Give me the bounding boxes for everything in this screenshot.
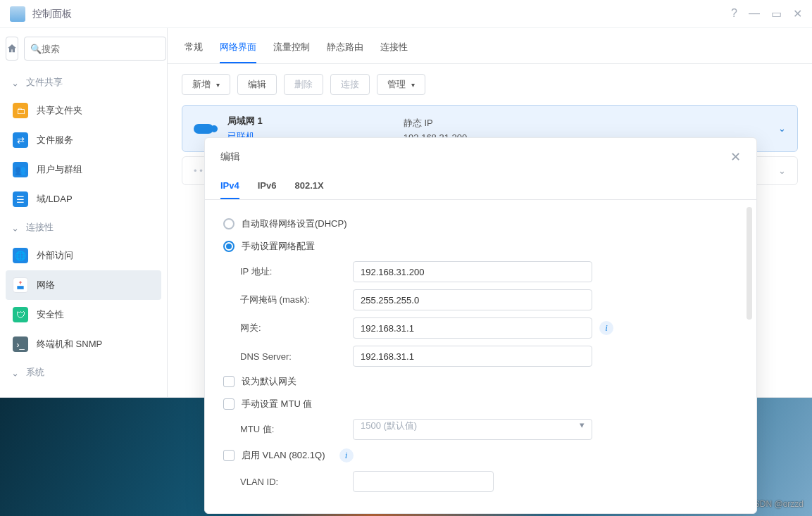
tab-8021x[interactable]: 802.1X (295, 176, 324, 199)
sidebar-item-file-services[interactable]: ⇄文件服务 (6, 125, 161, 155)
sidebar-item-label: 共享文件夹 (37, 104, 82, 117)
window-title: 控制面板 (32, 8, 731, 20)
manage-button[interactable]: 管理 (377, 74, 425, 95)
delete-button[interactable]: 删除 (284, 74, 323, 95)
dialog-tabs: IPv4 IPv6 802.1X (205, 176, 756, 200)
group-label: 连接性 (26, 221, 54, 234)
globe-icon: 🌐 (13, 248, 28, 263)
toolbar: 新增 编辑 删除 连接 管理 (168, 64, 812, 105)
label-mtu-value: MTU 值: (240, 423, 353, 436)
input-ip-address[interactable] (353, 261, 592, 282)
checkbox-default-gateway[interactable]: 设为默认网关 (223, 370, 738, 393)
chevron-up-icon: ⌃ (11, 222, 19, 233)
connection-icon (194, 124, 213, 134)
network-icon (13, 277, 28, 293)
tab-static-route[interactable]: 静态路由 (327, 37, 363, 63)
interface-mode: 静态 IP (404, 117, 467, 130)
select-placeholder: 1500 (默认值) (361, 420, 417, 431)
dialog-body: 自动取得网络设置(DHCP) 手动设置网络配置 IP 地址: 子网掩码 (mas… (205, 200, 756, 513)
info-icon[interactable]: i (339, 448, 354, 462)
sidebar: 🔍 ⌃文件共享 🗀共享文件夹 ⇄文件服务 👥用户与群组 ☰域/LDAP ⌃连接性… (0, 28, 168, 397)
group-system[interactable]: ⌃系统 (6, 359, 161, 386)
search-box[interactable]: 🔍 (24, 37, 166, 61)
radio-manual[interactable]: 手动设置网络配置 (223, 235, 738, 258)
search-input[interactable] (42, 44, 160, 54)
tab-ipv6[interactable]: IPv6 (258, 176, 277, 199)
expand-icon[interactable]: ⌄ (778, 165, 786, 176)
sidebar-item-label: 域/LDAP (37, 193, 73, 206)
sidebar-item-shared-folder[interactable]: 🗀共享文件夹 (6, 96, 161, 125)
maximize-icon[interactable]: ▭ (771, 7, 782, 20)
sidebar-item-domain-ldap[interactable]: ☰域/LDAP (6, 184, 161, 214)
chevron-up-icon: ⌃ (11, 367, 19, 378)
terminal-icon: ›_ (13, 336, 28, 352)
checkbox-icon (223, 376, 235, 387)
tab-general[interactable]: 常规 (185, 37, 203, 63)
sidebar-item-security[interactable]: 🛡安全性 (6, 300, 161, 329)
input-gateway[interactable] (353, 317, 592, 339)
sidebar-item-label: 文件服务 (37, 134, 73, 146)
radio-dhcp[interactable]: 自动取得网络设置(DHCP) (223, 213, 738, 235)
label-dns: DNS Server: (240, 351, 353, 362)
shield-icon: 🛡 (13, 307, 28, 322)
input-vlan-id (353, 471, 494, 492)
select-mtu-value: 1500 (默认值) (353, 419, 592, 440)
tab-connectivity[interactable]: 连接性 (380, 37, 408, 63)
group-label: 系统 (26, 366, 44, 379)
input-subnet-mask[interactable] (353, 289, 592, 310)
file-service-icon: ⇄ (13, 132, 28, 148)
label-subnet-mask: 子网掩码 (mask): (240, 294, 353, 306)
dialog-close-button[interactable]: ✕ (730, 149, 741, 165)
app-icon (10, 6, 25, 22)
home-icon (6, 43, 18, 54)
search-icon: 🔍 (30, 44, 42, 54)
info-icon[interactable]: i (599, 321, 613, 335)
label-vlan-id: VLAN ID: (240, 477, 353, 487)
sidebar-item-users-groups[interactable]: 👥用户与群组 (6, 155, 161, 184)
radio-label: 手动设置网络配置 (242, 240, 315, 253)
connect-button[interactable]: 连接 (330, 74, 370, 95)
tab-network-interface[interactable]: 网络界面 (220, 37, 256, 63)
sidebar-item-label: 外部访问 (37, 249, 73, 262)
radio-icon (223, 218, 235, 229)
sidebar-item-label: 用户与群组 (37, 163, 82, 176)
sidebar-item-terminal-snmp[interactable]: ›_终端机和 SNMP (6, 329, 161, 359)
radio-icon (223, 241, 235, 252)
group-label: 文件共享 (26, 76, 63, 89)
sidebar-item-label: 终端机和 SNMP (37, 338, 102, 351)
expand-icon[interactable]: ⌄ (778, 123, 786, 134)
sidebar-item-external-access[interactable]: 🌐外部访问 (6, 241, 161, 270)
label-ip: IP 地址: (240, 265, 353, 278)
chevron-up-icon: ⌃ (11, 77, 19, 88)
minimize-icon[interactable]: — (749, 7, 760, 20)
close-icon[interactable]: ✕ (793, 7, 802, 20)
edit-dialog: 编辑 ✕ IPv4 IPv6 802.1X 自动取得网络设置(DHCP) 手动设… (204, 137, 757, 514)
users-icon: 👥 (13, 162, 28, 177)
scrollbar[interactable] (747, 207, 752, 320)
help-icon[interactable]: ? (731, 7, 737, 20)
checkbox-icon (223, 450, 235, 461)
folder-icon: 🗀 (13, 103, 28, 118)
checkbox-manual-mtu[interactable]: 手动设置 MTU 值 (223, 393, 738, 415)
add-button[interactable]: 新增 (182, 74, 230, 95)
checkbox-label: 启用 VLAN (802.1Q) (242, 449, 325, 462)
titlebar: 控制面板 ? — ▭ ✕ (0, 0, 812, 28)
main-tabs: 常规 网络界面 流量控制 静态路由 连接性 (168, 28, 812, 64)
radio-label: 自动取得网络设置(DHCP) (242, 218, 347, 230)
dialog-title: 编辑 (220, 151, 240, 163)
sidebar-item-network[interactable]: 网络 (6, 270, 161, 300)
interface-name: 局域网 1 (227, 115, 263, 127)
input-dns-server[interactable] (353, 346, 592, 367)
group-connectivity[interactable]: ⌃连接性 (6, 214, 161, 241)
tab-traffic-control[interactable]: 流量控制 (273, 37, 310, 63)
checkbox-icon (223, 398, 235, 410)
tab-ipv4[interactable]: IPv4 (220, 176, 239, 199)
edit-button[interactable]: 编辑 (237, 74, 277, 95)
group-file-sharing[interactable]: ⌃文件共享 (6, 69, 161, 96)
ldap-icon: ☰ (13, 191, 28, 207)
label-gateway: 网关: (240, 322, 353, 334)
checkbox-enable-vlan[interactable]: 启用 VLAN (802.1Q) i (223, 443, 738, 467)
window-buttons: ? — ▭ ✕ (731, 7, 802, 20)
home-button[interactable] (6, 37, 18, 61)
sidebar-item-label: 网络 (37, 279, 55, 291)
